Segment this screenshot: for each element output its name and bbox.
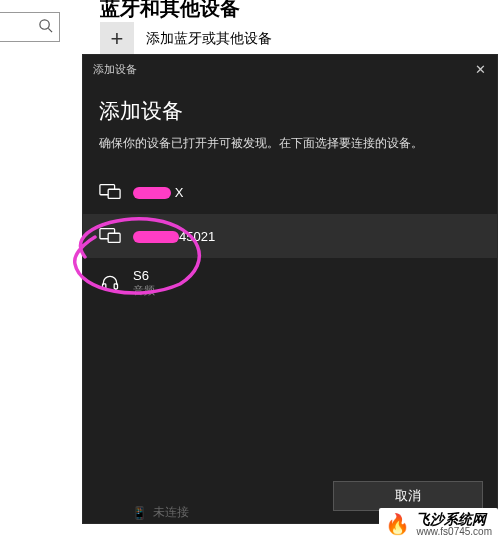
display-icon: [99, 181, 121, 203]
device-name: X: [133, 185, 183, 200]
watermark-title: 飞沙系统网: [416, 512, 492, 527]
dialog-heading: 添加设备: [99, 97, 481, 125]
svg-line-1: [48, 28, 52, 32]
device-name: 45021: [133, 229, 215, 244]
dialog-subtext: 确保你的设备已打开并可被发现。在下面选择要连接的设备。: [99, 135, 481, 152]
connection-status: 📱 未连接: [132, 504, 189, 521]
device-list: X 45021 S6 音频: [83, 170, 497, 308]
dialog-titlebar: 添加设备 ✕: [83, 55, 497, 83]
headset-icon: [99, 272, 121, 294]
watermark-url: www.fs0745.com: [416, 527, 492, 538]
device-subtype: 音频: [133, 283, 155, 298]
bluetooth-icon: 📱: [132, 506, 147, 520]
device-name: S6: [133, 268, 155, 283]
page-title: 蓝牙和其他设备: [100, 0, 240, 22]
svg-rect-5: [108, 233, 120, 242]
svg-rect-6: [103, 284, 106, 289]
svg-rect-7: [114, 284, 117, 289]
device-item[interactable]: X: [83, 170, 497, 214]
watermark-logo-icon: 🔥: [385, 512, 410, 536]
close-icon[interactable]: ✕: [469, 59, 491, 79]
search-input[interactable]: [0, 12, 60, 42]
cancel-button[interactable]: 取消: [333, 481, 483, 511]
add-device-dialog: 添加设备 ✕ 添加设备 确保你的设备已打开并可被发现。在下面选择要连接的设备。 …: [82, 54, 498, 524]
watermark: 🔥 飞沙系统网 www.fs0745.com: [379, 508, 498, 539]
dialog-titlebar-text: 添加设备: [93, 62, 137, 77]
svg-rect-3: [108, 189, 120, 198]
device-item[interactable]: S6 音频: [83, 258, 497, 308]
add-device-label: 添加蓝牙或其他设备: [146, 30, 272, 48]
status-text: 未连接: [153, 504, 189, 521]
display-icon: [99, 225, 121, 247]
svg-point-0: [40, 19, 49, 28]
search-icon: [38, 18, 53, 37]
add-device-button[interactable]: + 添加蓝牙或其他设备: [100, 22, 272, 56]
device-item[interactable]: 45021: [83, 214, 497, 258]
plus-icon: +: [100, 22, 134, 56]
